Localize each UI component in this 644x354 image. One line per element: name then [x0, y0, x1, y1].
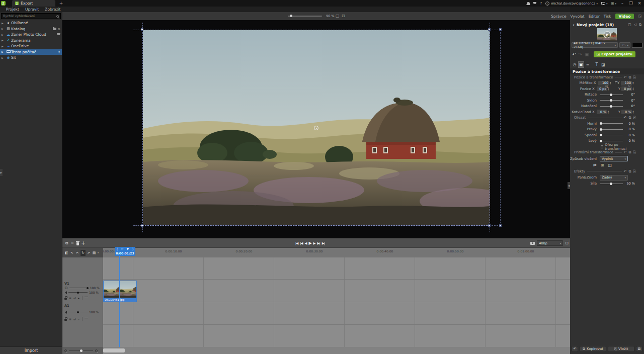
stepper-icon[interactable]: ▴▾ [609, 81, 612, 85]
crop-right-slider[interactable] [600, 127, 623, 132]
selection-handle-top-left[interactable] [141, 28, 143, 31]
copy-section-icon[interactable]: ⧉ [628, 116, 631, 120]
background-color-swatch[interactable] [632, 43, 642, 48]
collapse-right-panel-icon[interactable]: ◀ [568, 182, 570, 189]
timeline-zoom-slider[interactable] [69, 348, 93, 352]
auto-track-icon[interactable]: ▸ [78, 296, 79, 300]
restore-button[interactable]: ❒ [628, 1, 633, 6]
tab-export[interactable]: Z Export [12, 0, 55, 7]
reset-section-icon[interactable]: ↶ [624, 150, 627, 154]
playhead-marker-icon[interactable]: ▼ [127, 247, 129, 251]
expand-arrow-icon[interactable]: ▶ [2, 39, 6, 42]
anchor-x-input[interactable]: 0 % [597, 110, 607, 114]
stepper-icon[interactable]: ▴▾ [607, 87, 610, 91]
gear-icon[interactable]: ⚙ [58, 27, 60, 31]
menu-upravit[interactable]: Upravit [25, 7, 39, 12]
sidebar-item-onedrive[interactable]: ▶ ☁ OneDrive [0, 43, 62, 49]
selection-handle-top-right[interactable] [488, 28, 491, 31]
menu-projekt[interactable]: Projekt [6, 7, 19, 12]
rotate-tool-icon[interactable]: ↻ [80, 250, 86, 256]
tilt-slider[interactable] [600, 104, 623, 109]
reset-section-icon[interactable]: ↶ [624, 75, 627, 79]
stepper-icon[interactable]: ▴▾ [607, 110, 610, 114]
expand-arrow-icon[interactable]: ▶ [2, 45, 6, 48]
auto-track-icon[interactable]: ▸ [78, 317, 79, 321]
sidebar-item-zoner-photo-cloud[interactable]: ▶ ☁ Zoner Photo Cloud [0, 32, 62, 38]
timeline-clip[interactable]: DSC05461.jpg [103, 281, 137, 302]
anchor-y-input[interactable]: 0 % [621, 110, 632, 114]
tab-transform-icon[interactable]: ▣ [578, 61, 584, 68]
zoom-slider-handle[interactable] [290, 15, 292, 17]
mode-tisk[interactable]: Tisk [604, 14, 611, 19]
selection-handle-bottom-left[interactable] [141, 224, 143, 227]
position-x-input[interactable]: 0 px [597, 86, 607, 91]
next-edit-button[interactable]: ▶| [317, 241, 320, 245]
new-document-icon[interactable]: ▢ [628, 23, 631, 27]
reset-section-icon[interactable]: ↶ [624, 116, 627, 120]
playhead-line[interactable] [119, 248, 120, 347]
panzoom-dropdown[interactable]: Žádný▾ [600, 175, 628, 181]
tab-layers-icon[interactable]: ≡ [585, 61, 591, 68]
audio-icon[interactable]: ◁ [634, 23, 636, 27]
cart-icon[interactable] [57, 33, 60, 35]
detach-preview-icon[interactable]: ⊡ [565, 241, 569, 245]
fit-frame-icon[interactable]: ⊞ [601, 163, 604, 167]
save-project-icon[interactable]: ▣ [585, 52, 589, 57]
panel-toggle-tool-icon[interactable]: ◧ [64, 250, 69, 256]
import-button[interactable]: Import [0, 346, 62, 354]
paste-button[interactable]: ⎘ Vložit [608, 346, 634, 352]
timeline-scrollbar-thumb[interactable] [103, 348, 125, 352]
sidebar-item-oblibene[interactable]: ▶ ★ Oblíbené [0, 20, 62, 26]
delete-clip-icon[interactable] [75, 238, 80, 248]
framerate-dropdown[interactable]: 25▾ [619, 42, 630, 48]
resolution-dropdown[interactable]: 4K UltraHD (3840 x 2160)▾ [572, 42, 618, 48]
paste-section-icon[interactable]: ⎘ [633, 150, 636, 154]
zoom-out-icon[interactable] [64, 349, 67, 352]
stepper-icon[interactable]: ▴▾ [632, 81, 635, 85]
undo-button[interactable]: ↶ [572, 346, 578, 352]
strength-slider[interactable] [600, 182, 623, 186]
sort-icon[interactable]: ↕ [58, 50, 60, 54]
crop-left-slider[interactable] [600, 139, 623, 143]
link-clips-icon[interactable]: ∞ [69, 238, 75, 248]
paste-special-button[interactable]: ⊠ [636, 346, 642, 352]
insert-mode-dropdown[interactable]: Vyplnit▾ [600, 156, 628, 161]
sidebar-item-tento-pocitac[interactable]: ▶ Tento počítač ↕ [0, 49, 62, 55]
step-back-button[interactable]: ◀ [304, 241, 306, 245]
copy-button[interactable]: ⧉ Kopírovat [580, 346, 606, 352]
collapse-left-panel-icon[interactable]: ▶ [0, 169, 3, 176]
paste-section-icon[interactable]: ⎘ [633, 75, 636, 79]
reset-section-icon[interactable]: ↶ [624, 169, 627, 173]
select-tool-icon[interactable]: ⇖ [69, 250, 74, 256]
sidebar-item-zonerama[interactable]: ▶ Z Zonerama [0, 38, 62, 44]
source-handle-bottom-right[interactable] [499, 224, 502, 227]
expand-arrow-icon[interactable]: ▶ [2, 22, 6, 25]
timeline-tracks-area[interactable]: V1 ⊙ 100 % 100 % ≡ ⇄ ▸ [62, 257, 570, 347]
volume-slider[interactable] [68, 310, 88, 314]
search-box[interactable] [1, 13, 61, 19]
mode-editor[interactable]: Editor [589, 14, 600, 19]
razor-tool-icon[interactable]: ✂ [75, 250, 80, 256]
mode-vyvolat[interactable]: Vyvolat [571, 14, 585, 19]
folder-icon[interactable] [53, 28, 56, 30]
mode-spravce[interactable]: Správce [551, 14, 566, 19]
tab-timing-icon[interactable]: ◷ [572, 61, 578, 68]
playhead-badge[interactable]: { ✂ ▼ } 0:00:01:23 [115, 247, 135, 256]
expand-arrow-icon[interactable]: ▶ [2, 27, 6, 30]
display-menu[interactable]: ▾ [601, 2, 608, 5]
selection-handle-bottom-right[interactable] [488, 224, 491, 227]
step-forward-button[interactable]: ▶ [313, 241, 315, 245]
expand-arrow-icon[interactable]: ▶ [2, 33, 6, 36]
opacity-slider[interactable] [69, 286, 89, 290]
project-thumbnail[interactable]: ▶ [597, 28, 617, 41]
duplicate-icon[interactable]: ⧉ [639, 23, 641, 27]
close-button[interactable]: × [637, 1, 642, 6]
volume-speaker-icon[interactable] [65, 291, 67, 294]
play-button[interactable]: ▶ [308, 241, 311, 245]
trim-in-icon[interactable]: { [116, 247, 118, 251]
expand-arrow-icon[interactable]: ▶ [2, 56, 6, 59]
source-handle-top-right[interactable] [499, 28, 502, 31]
minimize-button[interactable]: – [620, 1, 625, 6]
duplicate-clip-icon[interactable]: ⧉ [64, 238, 69, 248]
zoom-in-icon[interactable] [95, 349, 98, 352]
